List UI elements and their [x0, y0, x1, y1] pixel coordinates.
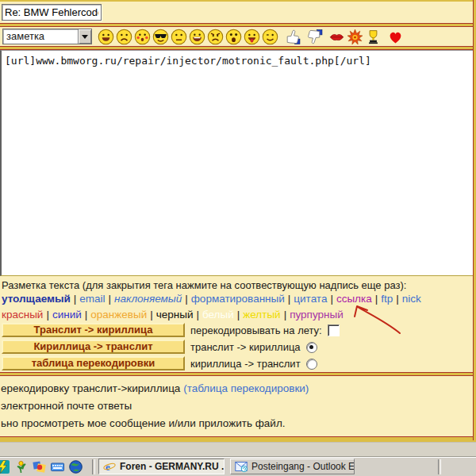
markup-panel: Разметка текста (для закрытия тега нажми… [0, 276, 473, 372]
internet-explorer-icon: e [103, 460, 116, 473]
separator: | [196, 309, 199, 321]
separator: | [284, 309, 287, 321]
color-link-red[interactable]: красный [2, 309, 43, 321]
taskbar-button-foren[interactable]: e Foren - GERMANY.RU ... [98, 459, 225, 474]
smiley-laugh-icon[interactable] [189, 29, 205, 45]
thumbs-up-icon[interactable] [284, 29, 301, 45]
tag-link-url[interactable]: ссылка [336, 293, 372, 305]
combo-dropdown-button[interactable] [78, 29, 91, 44]
color-link-white[interactable]: белый [202, 309, 234, 321]
status-bar [0, 442, 476, 457]
outlook-express-icon [235, 460, 248, 473]
subject-row [0, 2, 473, 23]
tag-link-bold[interactable]: утолщаемый [2, 293, 71, 305]
color-links-row: красный|синий|оранжевый|черный|белый|жел… [2, 309, 344, 321]
separator: | [74, 293, 77, 305]
taskbar-separator [92, 459, 95, 474]
color-link-blue[interactable]: синий [52, 309, 82, 321]
radio-cyrillic-label: кириллица -> транслит [190, 358, 301, 370]
taskbar-button-outlook[interactable]: Posteingang - Outlook E... [230, 459, 355, 474]
color-link-black[interactable]: черный [156, 309, 194, 321]
conversion-options: перекодировывать на лету: транслит -> ки… [190, 322, 340, 372]
help-line-1: ерекодировку транслит->кириллица (таблиц… [1, 382, 473, 395]
cyrillic-to-translit-button[interactable]: Кириллица -> транслит [2, 340, 185, 354]
radio-translit-to-cyrillic[interactable] [306, 342, 317, 353]
conversion-table-link[interactable]: (таблица перекодировки) [183, 382, 309, 394]
separator: | [150, 309, 153, 321]
smiley-strip [98, 29, 405, 45]
smiley-angry-icon[interactable] [207, 29, 224, 45]
separator: | [85, 309, 88, 321]
conversion-table-button[interactable]: таблица перекодировки [2, 356, 185, 370]
message-textarea[interactable]: [url]www.bmworg.ru/repair/injector/motro… [2, 51, 473, 275]
separator: | [330, 293, 333, 305]
tag-link-ftp[interactable]: ftp [381, 293, 393, 305]
category-select[interactable]: заметка [2, 29, 92, 44]
taskbar: e Foren - GERMANY.RU ... Posteingang - O… [0, 456, 476, 476]
tag-link-quote[interactable]: цитата [294, 293, 327, 305]
subject-input[interactable] [2, 4, 102, 21]
smiley-sad-icon[interactable] [116, 29, 132, 45]
help-line-1-text: ерекодировку транслит->кириллица [1, 382, 183, 394]
on-the-fly-label: перекодировывать на лету: [190, 324, 322, 336]
globe-launch-icon[interactable] [69, 460, 83, 474]
separator: | [46, 309, 49, 321]
heart-icon[interactable] [387, 29, 404, 45]
flower-burst-icon[interactable] [347, 29, 363, 45]
on-the-fly-row: перекодировывать на лету: [190, 322, 340, 339]
color-link-orange[interactable]: оранжевый [90, 309, 147, 321]
taskbar-button-label: Posteingang - Outlook E... [251, 461, 355, 472]
trophy-cup-icon[interactable] [365, 29, 382, 45]
radio-translit-row: транслит -> кириллица [190, 339, 340, 355]
emotion-bar: заметка [0, 27, 473, 46]
separator: | [288, 293, 291, 305]
paint-launch-icon[interactable] [33, 460, 46, 474]
on-the-fly-checkbox[interactable] [328, 324, 340, 336]
color-link-purple[interactable]: пурпурный [290, 309, 344, 321]
smiley-grin-icon[interactable] [98, 29, 114, 45]
smiley-cool-icon[interactable] [152, 29, 169, 45]
separator: | [375, 293, 378, 305]
conversion-buttons: Транслит -> кириллица Кириллица -> транс… [2, 323, 185, 373]
separator: | [237, 309, 240, 321]
frame-border [0, 436, 473, 440]
smiley-tongue-icon[interactable] [244, 29, 260, 45]
help-line-3: ьно просмотреть мое сообщение и/или прил… [1, 416, 473, 430]
markup-header: Разметка текста (для закрытия тега нажми… [2, 279, 406, 291]
tag-link-nick[interactable]: nick [402, 293, 421, 305]
radio-cyrillic-row: кириллица -> транслит [190, 355, 340, 372]
separator: | [109, 293, 112, 305]
keyboard-launch-icon[interactable] [51, 460, 64, 474]
color-link-yellow[interactable]: желтый [243, 309, 280, 321]
separator: | [396, 293, 399, 305]
radio-translit-label: транслит -> кириллица [190, 341, 301, 353]
message-editor-wrap: [url]www.bmworg.ru/repair/injector/motro… [0, 50, 473, 276]
smiley-neutral-icon[interactable] [171, 29, 187, 45]
help-panel: ерекодировку транслит->кириллица (таблиц… [0, 376, 473, 436]
svg-text:e: e [106, 461, 110, 473]
radio-cyrillic-to-translit[interactable] [306, 359, 317, 370]
taskbar-button-label: Foren - GERMANY.RU ... [120, 461, 225, 472]
tag-link-italic[interactable]: наклоняемый [114, 293, 182, 305]
kiss-lips-icon[interactable] [328, 29, 345, 45]
forum-post-editor: заметка [url]www.bmworg.ru/repair/inject… [0, 0, 474, 440]
help-line-2: электронной почте ответы [1, 399, 473, 413]
smiley-shocked-icon[interactable] [225, 29, 242, 45]
tag-link-formatted[interactable]: форматированный [191, 293, 285, 305]
plant-launch-icon[interactable] [14, 460, 28, 474]
quick-launch [0, 460, 83, 474]
tag-links-row: утолщаемый|email|наклоняемый|форматирова… [2, 293, 421, 305]
taskbar-separator [438, 459, 441, 474]
translit-to-cyrillic-button[interactable]: Транслит -> кириллица [2, 323, 185, 337]
thumbs-down-icon[interactable] [306, 29, 323, 45]
chevron-down-icon [82, 35, 88, 39]
smiley-wink-icon[interactable] [262, 29, 278, 45]
separator: | [185, 293, 188, 305]
category-select-value: заметка [3, 29, 78, 44]
lightning-launch-icon[interactable] [0, 460, 10, 474]
smiley-blush-icon[interactable] [134, 29, 151, 45]
tag-link-email[interactable]: email [79, 293, 105, 305]
